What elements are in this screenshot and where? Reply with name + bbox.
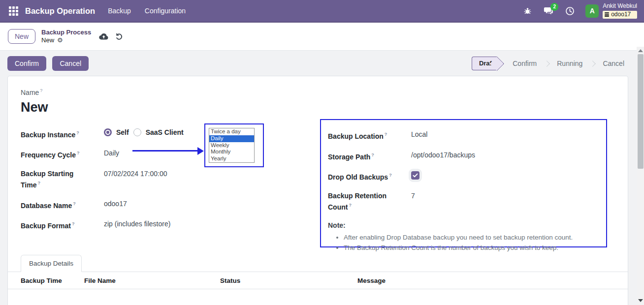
field-backup-starting-time: Backup Starting Time? 07/02/2024 17:00:0… — [21, 169, 311, 190]
state-draft[interactable]: Draft — [472, 57, 497, 70]
confirm-button[interactable]: Confirm — [7, 56, 46, 71]
help-marker[interactable]: ? — [73, 201, 76, 206]
breadcrumb-parent-link[interactable]: Backup Process — [41, 29, 91, 36]
note-bullet: After enabling Drop Database backup you … — [344, 232, 599, 243]
control-panel: New Backup Process New — [0, 23, 644, 51]
apps-grid-icon[interactable] — [9, 6, 18, 16]
database-name-input[interactable]: odoo17 — [104, 199, 311, 209]
backup-retention-count-input[interactable]: 7 — [411, 191, 599, 201]
state-confirm[interactable]: Confirm — [509, 60, 541, 67]
state-cancel[interactable]: Cancel — [599, 60, 628, 67]
breadcrumb-current: New — [41, 36, 54, 44]
option-yearly[interactable]: Yearly — [209, 155, 254, 162]
annotation-arrow — [132, 150, 197, 152]
navbar-right: 2 A Ankit Webkul odoo17 — [512, 3, 637, 19]
database-switcher[interactable]: odoo17 — [603, 11, 637, 19]
scroll-up-arrow-icon[interactable] — [638, 49, 643, 52]
tab-backup-details[interactable]: Backup Details — [21, 255, 82, 272]
bug-icon[interactable] — [523, 7, 532, 15]
app-title: Backup Operation — [25, 6, 95, 16]
field-drop-old-backups: Drop Old Backups? — [328, 171, 599, 182]
note-title: Note: — [328, 221, 599, 229]
database-icon — [605, 12, 609, 17]
backup-location-select[interactable]: Local — [411, 130, 599, 139]
state-stepper: Draft Confirm Running Cancel — [472, 57, 628, 70]
radio-saas-client[interactable] — [133, 128, 141, 136]
column-message[interactable]: Message — [357, 272, 615, 289]
user-info: Ankit Webkul odoo17 — [603, 3, 637, 19]
field-database-name: Database Name? odoo17 — [21, 199, 311, 211]
form-sheet: Name? New Backup Instance? Self SaaS Cli… — [7, 76, 628, 305]
help-marker[interactable]: ? — [77, 151, 80, 155]
gear-icon[interactable] — [57, 36, 63, 44]
messages-icon[interactable]: 2 — [544, 7, 553, 15]
record-title[interactable]: New — [21, 100, 615, 115]
field-backup-format: Backup Format? zip (includes filestore) — [21, 219, 311, 231]
storage-path-input[interactable]: /opt/odoo17/backups — [411, 151, 599, 160]
new-button[interactable]: New — [8, 29, 35, 44]
help-marker[interactable]: ? — [385, 132, 387, 137]
field-backup-retention-count: Backup Retention Count? 7 — [328, 191, 599, 212]
radio-self-label[interactable]: Self — [116, 128, 129, 136]
help-marker[interactable]: ? — [349, 203, 352, 208]
help-marker[interactable]: ? — [37, 181, 40, 185]
help-marker[interactable]: ? — [371, 152, 374, 157]
scrollbar-thumb[interactable] — [638, 54, 644, 169]
chevron-separator-icon — [544, 61, 550, 67]
database-name: odoo17 — [611, 11, 631, 18]
scroll-down-arrow-icon[interactable] — [638, 299, 643, 302]
action-buttons: Confirm Cancel — [7, 56, 93, 71]
checkmark-icon — [413, 173, 418, 178]
menu-configuration[interactable]: Configuration — [145, 7, 186, 15]
frequency-options-listbox: Twice a day Daily Weekly Monthly Yearly — [209, 128, 255, 163]
chevron-separator-icon — [590, 61, 596, 67]
main-content: Confirm Cancel Draft Confirm Running Can… — [0, 52, 644, 305]
cancel-button[interactable]: Cancel — [52, 56, 89, 71]
help-marker[interactable]: ? — [389, 173, 392, 178]
column-backup-time[interactable]: Backup Time — [21, 272, 84, 289]
option-monthly[interactable]: Monthly — [209, 149, 254, 155]
backup-details-table-header: Backup Time File Name Status Message — [8, 272, 628, 289]
cloud-save-icon[interactable] — [99, 33, 108, 40]
avatar[interactable]: A — [585, 4, 599, 18]
field-backup-instance: Backup Instance? Self SaaS Client — [21, 128, 311, 140]
backup-format-select[interactable]: zip (includes filestore) — [104, 219, 311, 229]
annotation-frequency-options-box: Twice a day Daily Weekly Monthly Yearly — [204, 123, 264, 167]
radio-self[interactable] — [104, 128, 112, 136]
menu-backup[interactable]: Backup — [108, 7, 131, 15]
backup-starting-time-input[interactable]: 07/02/2024 17:00:00 — [104, 169, 311, 179]
note-bullet: The Backup Retention Count is the number… — [344, 243, 599, 253]
option-weekly[interactable]: Weekly — [209, 142, 254, 149]
name-field-label: Name? — [21, 88, 615, 96]
column-file-name[interactable]: File Name — [84, 272, 220, 289]
discard-undo-icon[interactable] — [115, 32, 123, 40]
user-name[interactable]: Ankit Webkul — [603, 3, 637, 10]
radio-saas-client-label[interactable]: SaaS Client — [146, 128, 184, 136]
top-navbar: Backup Operation Backup Configuration 2 … — [0, 0, 644, 23]
note-list: After enabling Drop Database backup you … — [344, 232, 599, 253]
vertical-scrollbar[interactable] — [637, 47, 644, 305]
help-marker[interactable]: ? — [76, 130, 79, 135]
form-left-column: Backup Instance? Self SaaS Client Freque… — [21, 128, 311, 231]
field-backup-location: Backup Location? Local — [328, 130, 599, 141]
state-running[interactable]: Running — [553, 60, 586, 67]
status-bar: Confirm Cancel Draft Confirm Running Can… — [7, 56, 628, 71]
notebook: Backup Details Backup Time File Name Sta… — [8, 255, 628, 289]
help-marker[interactable]: ? — [72, 221, 75, 226]
option-daily-selected[interactable]: Daily — [209, 135, 254, 142]
annotation-backup-location-panel: Backup Location? Local Storage Path? /op… — [320, 119, 607, 247]
field-storage-path: Storage Path? /opt/odoo17/backups — [328, 151, 599, 162]
breadcrumb: Backup Process New — [41, 29, 91, 45]
drop-old-backups-checkbox[interactable] — [411, 171, 419, 180]
column-status[interactable]: Status — [220, 272, 357, 289]
help-marker[interactable]: ? — [40, 88, 42, 93]
tab-bar: Backup Details — [8, 255, 628, 272]
message-count-badge: 2 — [550, 3, 558, 11]
option-twice-a-day[interactable]: Twice a day — [209, 128, 254, 135]
activities-clock-icon[interactable] — [565, 6, 575, 16]
